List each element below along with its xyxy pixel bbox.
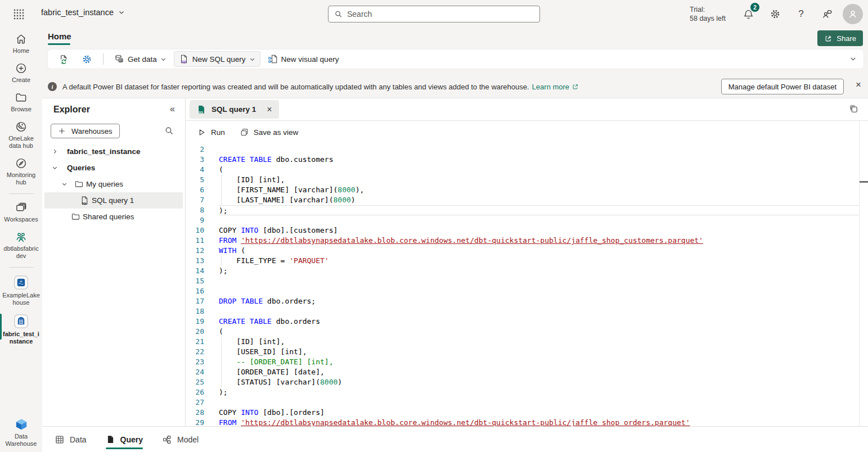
tree-item-sql-query-1[interactable]: SQL SQL query 1: [44, 192, 183, 209]
tab-data[interactable]: Data: [55, 427, 87, 452]
rail-item-dbtlabsfabricdev[interactable]: dbtlabsfabricdev: [0, 230, 42, 260]
refresh-button[interactable]: [53, 51, 74, 67]
collapse-ribbon-button[interactable]: [849, 55, 857, 62]
code-line[interactable]: 22 [USER_ID] [int],: [186, 347, 860, 357]
code-line[interactable]: 21 [ID] [int],: [186, 337, 860, 347]
global-search[interactable]: [328, 6, 540, 22]
code-line[interactable]: 24 [ORDER_DATE] [date],: [186, 367, 860, 377]
code-line[interactable]: 28COPY INTO [dbo].[orders]: [186, 408, 860, 418]
new-visual-query-button[interactable]: New visual query: [263, 51, 344, 67]
tab-model[interactable]: Model: [162, 427, 199, 452]
rail-item-data-warehouse[interactable]: Data Warehouse: [0, 417, 42, 448]
code-text: [219, 306, 860, 317]
svg-text:SQL: SQL: [181, 61, 187, 64]
query-tab[interactable]: SQL SQL query 1 ×: [190, 100, 279, 119]
code-line[interactable]: 15: [186, 276, 860, 286]
code-text: FROM 'https://dbtlabsynapsedatalake.blob…: [219, 418, 860, 426]
code-line[interactable]: 13 FILE_TYPE = 'PARQUET': [186, 256, 860, 266]
code-line[interactable]: 7 [LAST_NAME] [varchar](8000): [186, 195, 860, 205]
code-line[interactable]: 18: [186, 306, 860, 317]
code-line[interactable]: 27: [186, 397, 860, 408]
warehouse-item-icon: [14, 314, 29, 329]
close-tab-icon[interactable]: ×: [267, 105, 272, 115]
rail-item-home[interactable]: Home: [0, 33, 42, 55]
share-button[interactable]: Share: [817, 30, 863, 46]
run-button[interactable]: Run: [197, 128, 225, 137]
tree-item-my-queries[interactable]: My queries: [42, 176, 185, 192]
line-number: 13: [186, 256, 204, 266]
chevron-down-icon: [849, 55, 857, 62]
user-avatar[interactable]: [843, 4, 863, 24]
code-text: FROM 'https://dbtlabsynapsedatalake.blob…: [219, 236, 860, 246]
code-line[interactable]: 10COPY INTO [dbo].[customers]: [186, 225, 860, 236]
manage-dataset-button[interactable]: Manage default Power BI dataset: [721, 79, 844, 94]
code-line[interactable]: 5 [ID] [int],: [186, 175, 860, 185]
chevron-down-icon[interactable]: [57, 181, 71, 187]
code-line[interactable]: 6 [FIRST_NAME] [varchar](8000),: [186, 185, 860, 195]
new-sql-query-button[interactable]: SQL New SQL query: [174, 51, 260, 67]
code-line[interactable]: 17DROP TABLE dbo.orders;: [186, 296, 860, 306]
workspace-switcher[interactable]: fabric_test_instance: [41, 8, 125, 17]
scrollbar-marker[interactable]: [860, 181, 868, 183]
collapse-pane-icon[interactable]: «: [170, 104, 175, 114]
add-warehouses-button[interactable]: Warehouses: [51, 124, 120, 138]
code-line[interactable]: 23 -- [ORDER_DATE] [int],: [186, 357, 860, 367]
save-as-view-icon: [240, 128, 249, 137]
folder-icon: [71, 179, 86, 189]
code-line[interactable]: 26);: [186, 387, 860, 397]
feedback-button[interactable]: [819, 7, 835, 21]
tab-query[interactable]: Query: [106, 427, 143, 452]
code-line[interactable]: 19CREATE TABLE dbo.orders: [186, 317, 860, 327]
rail-item-onelake-data-hub[interactable]: OneLake data hub: [0, 120, 42, 150]
search-input[interactable]: [347, 10, 534, 19]
chevron-down-icon[interactable]: [42, 165, 67, 171]
rail-item-fabric-test-instance[interactable]: fabric_test_instance: [0, 314, 42, 345]
code-line[interactable]: 8);: [186, 205, 860, 215]
tree-item-queries[interactable]: Queries: [42, 160, 185, 176]
code-text: [219, 397, 860, 408]
app-launcher-icon[interactable]: [13, 8, 25, 20]
rail-item-create[interactable]: Create: [0, 62, 42, 84]
rail-item-examplelakehouse[interactable]: ExampleLakehouse: [0, 275, 42, 306]
notifications-button[interactable]: 2: [740, 7, 756, 21]
help-button[interactable]: ?: [793, 7, 809, 21]
code-line[interactable]: 25 [STATUS] [varchar](8000): [186, 377, 860, 387]
explorer-search-button[interactable]: [164, 126, 174, 135]
close-icon[interactable]: ×: [856, 79, 861, 91]
chevron-right-icon[interactable]: [42, 148, 67, 155]
code-line[interactable]: 11FROM 'https://dbtlabsynapsedatalake.bl…: [186, 236, 860, 246]
code-line[interactable]: 16: [186, 286, 860, 296]
sql-document-icon: SQL: [179, 54, 189, 64]
line-number: 18: [186, 306, 204, 317]
tree-item-shared-queries[interactable]: Shared queries: [42, 209, 185, 225]
code-line[interactable]: 12WITH (: [186, 246, 860, 256]
rail-item-monitoring-hub[interactable]: Monitoring hub: [0, 157, 42, 186]
code-line[interactable]: 3CREATE TABLE dbo.customers: [186, 155, 860, 165]
code-line[interactable]: 4(: [186, 165, 860, 175]
settings-tool-button[interactable]: [77, 51, 97, 67]
get-data-button[interactable]: Get data: [109, 51, 172, 67]
code-line[interactable]: 9: [186, 215, 860, 225]
settings-button[interactable]: [767, 7, 783, 21]
rail-item-workspaces[interactable]: Workspaces: [0, 201, 42, 223]
tab-home[interactable]: Home: [48, 31, 71, 41]
feedback-icon: [821, 8, 833, 20]
learn-more-link[interactable]: Learn more: [532, 83, 579, 91]
line-number: 6: [186, 185, 204, 195]
copy-icon[interactable]: [849, 104, 859, 114]
code-line[interactable]: 29FROM 'https://dbtlabsynapsedatalake.bl…: [186, 418, 860, 426]
trial-status: Trial: 58 days left: [690, 5, 726, 23]
code-line[interactable]: 2: [186, 144, 860, 155]
line-number: 22: [186, 347, 204, 357]
rail-item-browse[interactable]: Browse: [0, 91, 42, 113]
code-line[interactable]: 20(: [186, 327, 860, 337]
code-text: [FIRST_NAME] [varchar](8000),: [219, 185, 860, 195]
code-line[interactable]: 14);: [186, 266, 860, 276]
sql-editor[interactable]: 23CREATE TABLE dbo.customers4(5 [ID] [in…: [186, 144, 860, 426]
bottom-view-switcher: Data Query Model: [42, 426, 868, 452]
line-number: 26: [186, 387, 204, 397]
save-as-view-button[interactable]: Save as view: [240, 128, 299, 137]
tree-item-warehouse-root[interactable]: fabric_test_instance: [42, 143, 185, 160]
folder-icon: [68, 212, 83, 222]
search-icon: [164, 126, 174, 135]
